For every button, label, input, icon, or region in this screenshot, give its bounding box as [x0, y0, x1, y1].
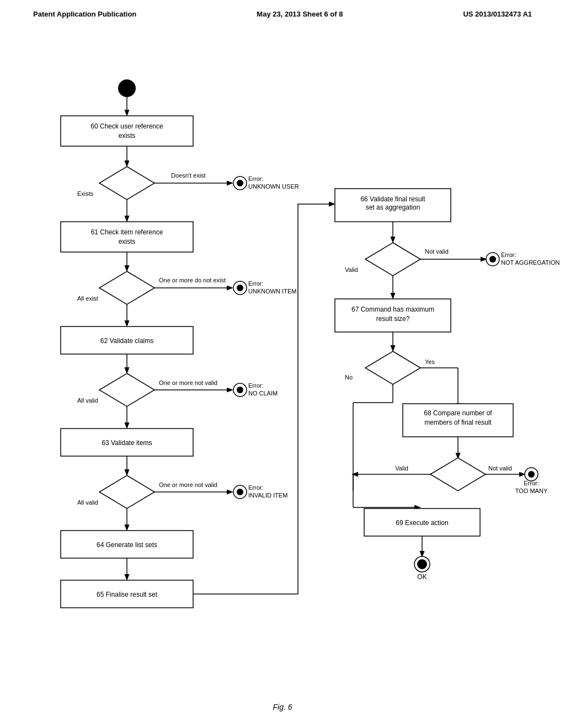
diamond-68: [430, 458, 486, 491]
node-60-label2: exists: [119, 132, 136, 140]
label-doesnt-exist: Doesn't exist: [171, 172, 206, 179]
label-error-unknown-user1: Error:: [248, 175, 264, 182]
label-one-or-more-not-valid-62: One or more not valid: [159, 379, 217, 386]
label-error-invalid-item1: Error:: [248, 484, 264, 491]
node-61-label2: exists: [119, 238, 136, 245]
diagram-area: 60 Check user reference exists Doesn't e…: [0, 33, 565, 706]
end-node-inner: [417, 559, 427, 569]
label-error-too-many2: TOO MANY: [515, 488, 548, 494]
diamond-63: [99, 475, 154, 508]
node-60: [61, 116, 193, 146]
label-error-not-agg2: NOT AGGREGATION: [501, 259, 560, 266]
header-left: Patent Application Publication: [33, 10, 136, 18]
label-valid-66: Valid: [345, 266, 358, 273]
node-64-label: 64 Generate list sets: [97, 541, 157, 549]
diamond-60: [99, 167, 154, 200]
header-middle: May 23, 2013 Sheet 6 of 8: [257, 10, 343, 18]
label-error-no-claim1: Error:: [248, 382, 264, 389]
start-node: [118, 79, 136, 97]
label-ok: OK: [417, 573, 427, 581]
label-valid-68: Valid: [395, 465, 408, 472]
diamond-61: [99, 271, 154, 304]
flowchart-svg: 60 Check user reference exists Doesn't e…: [0, 33, 565, 706]
node-61: [61, 222, 193, 252]
node-67-label2: result size?: [376, 315, 410, 323]
error-too-many-dot: [528, 471, 535, 478]
label-one-or-more-not-valid-63: One or more not valid: [159, 481, 217, 488]
node-65-label: 65 Finalise result set: [97, 591, 158, 598]
node-68-label1: 68 Compare number of: [424, 409, 492, 417]
node-61-label: 61 Check item reference: [91, 228, 163, 236]
node-62-label: 62 Validate claims: [100, 337, 154, 345]
figure-label: Fig. 6: [273, 703, 292, 711]
node-69-label: 69 Execute action: [396, 519, 448, 527]
node-66-label1: 66 Validate final result: [360, 195, 425, 203]
label-one-or-more-not-exist: One or more do not exist: [159, 277, 226, 283]
label-yes-67: Yes: [425, 358, 435, 365]
label-no-67: No: [345, 374, 353, 381]
label-all-valid-63: All valid: [77, 499, 98, 506]
label-error-not-agg1: Error:: [501, 251, 516, 258]
label-error-invalid-item2: INVALID ITEM: [248, 492, 287, 499]
page-header: Patent Application Publication May 23, 2…: [0, 0, 565, 18]
error-not-aggregation-dot: [489, 256, 496, 263]
diamond-66: [365, 243, 420, 276]
label-error-unknown-item2: UNKNOWN ITEM: [248, 288, 296, 295]
error-invalid-item-dot: [237, 489, 243, 495]
node-68-label2: members of final result: [424, 419, 492, 426]
node-66-label2: set as aggregation: [366, 204, 420, 211]
header-right: US 2013/0132473 A1: [463, 10, 532, 18]
label-error-too-many1: Error:: [524, 480, 539, 486]
label-not-valid-66: Not valid: [425, 248, 449, 255]
label-all-exist: All exist: [77, 295, 98, 302]
error-unknown-item-dot: [237, 285, 243, 291]
node-60-label: 60 Check user reference: [90, 122, 163, 130]
error-unknown-user-dot: [237, 180, 243, 186]
diamond-67: [365, 351, 420, 384]
label-error-unknown-user2: UNKNOWN USER: [248, 183, 299, 190]
label-error-no-claim2: NO CLAIM: [248, 390, 278, 397]
label-not-valid-68: Not valid: [488, 465, 512, 472]
label-exists: Exists: [77, 190, 94, 197]
label-error-unknown-item1: Error:: [248, 280, 264, 287]
label-all-valid-62: All valid: [77, 397, 98, 404]
node-67-label1: 67 Command has maximum: [351, 306, 434, 313]
diamond-62: [99, 373, 154, 406]
node-63-label: 63 Validate items: [102, 439, 152, 447]
error-no-claim-dot: [237, 387, 243, 393]
